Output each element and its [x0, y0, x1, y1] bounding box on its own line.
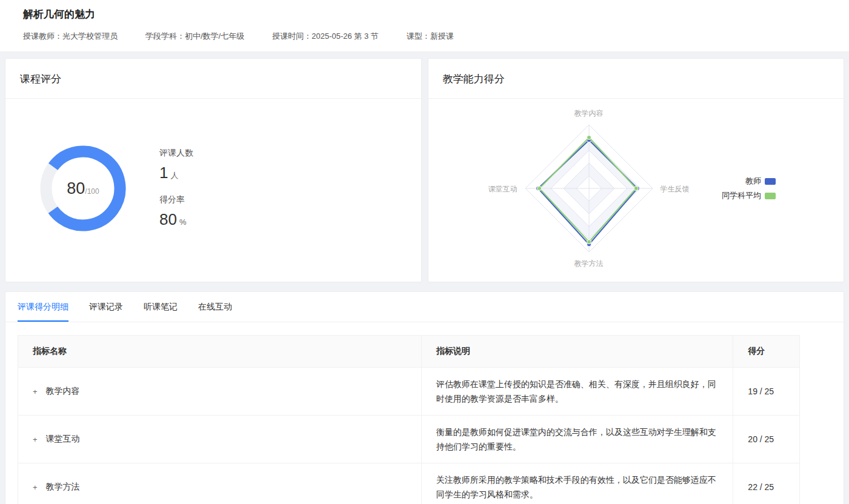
- detail-tabs: 评课得分明细 评课记录 听课笔记 在线互动: [5, 292, 844, 322]
- radar-legend: 教师 同学科平均: [722, 174, 776, 203]
- col-header-indicator-desc: 指标说明: [421, 336, 733, 368]
- indicator-score: 22 / 25: [733, 463, 800, 504]
- tab-review-records[interactable]: 评课记录: [89, 302, 123, 322]
- score-donut-chart: 80 /100: [39, 145, 127, 232]
- table-row: + 教学内容 评估教师在课堂上传授的知识是否准确、相关、有深度，并且组织良好，同…: [18, 368, 800, 416]
- meta-course-type: 课型：新授课: [407, 31, 454, 42]
- radar-chart: 教学内容 学生反馈 教学方法 课堂互动: [486, 98, 692, 279]
- radar-axis-teaching-method: 教学方法: [574, 259, 604, 269]
- radar-axis-class-interaction: 课堂互动: [488, 184, 518, 194]
- course-meta: 授课教师：光大学校管理员 学段学科：初中/数学/七年级 授课时间：2025-05…: [23, 31, 826, 42]
- legend-label-subject-average: 同学科平均: [722, 190, 761, 201]
- indicator-desc: 评估教师在课堂上传授的知识是否准确、相关、有深度，并且组织良好，同时使用的教学资…: [436, 377, 719, 406]
- indicator-score: 19 / 25: [733, 368, 800, 416]
- legend-chip-subject-average: [765, 193, 776, 199]
- legend-item-teacher[interactable]: 教师: [722, 174, 776, 188]
- teaching-ability-card: 教学能力得分 教学内容 学生反馈 教学方法 课堂互动 教师 同学科平均: [428, 58, 845, 282]
- course-score-card: 课程评分 80 /100 评课人数 1人 得分率 80%: [5, 58, 422, 282]
- reviewer-count-value: 1人: [159, 164, 193, 182]
- donut-score-value: 80: [67, 179, 85, 198]
- meta-time: 授课时间：2025-05-26 第 3 节: [272, 31, 379, 42]
- page-header: 解析几何的魅力 授课教师：光大学校管理员 学段学科：初中/数学/七年级 授课时间…: [0, 0, 849, 52]
- indicator-desc: 关注教师所采用的教学策略和技术手段的有效性，以及它们是否能够适应不同学生的学习风…: [436, 472, 719, 502]
- table-row: + 教学方法 关注教师所采用的教学策略和技术手段的有效性，以及它们是否能够适应不…: [18, 463, 800, 504]
- page-title: 解析几何的魅力: [23, 7, 826, 21]
- donut-center-text: 80 /100: [39, 145, 127, 232]
- teaching-ability-body: 教学内容 学生反馈 教学方法 课堂互动 教师 同学科平均: [428, 99, 844, 278]
- indicator-score: 20 / 25: [733, 416, 800, 463]
- score-rate-value: 80%: [159, 210, 193, 229]
- legend-chip-teacher: [765, 178, 776, 185]
- meta-subject: 学段学科：初中/数学/七年级: [145, 31, 244, 42]
- score-stats: 评课人数 1人 得分率 80%: [159, 148, 193, 229]
- donut-score-denominator: /100: [85, 187, 99, 196]
- course-score-body: 80 /100 评课人数 1人 得分率 80%: [5, 99, 421, 278]
- col-header-indicator-name: 指标名称: [18, 336, 422, 368]
- tab-listening-notes[interactable]: 听课笔记: [144, 302, 178, 322]
- teaching-ability-card-title: 教学能力得分: [428, 59, 844, 99]
- tab-score-detail[interactable]: 评课得分明细: [18, 302, 68, 322]
- indicator-desc: 衡量的是教师如何促进课堂内的交流与合作，以及这些互动对学生理解和支持他们学习的重…: [436, 425, 719, 454]
- meta-teacher: 授课教师：光大学校管理员: [23, 31, 118, 42]
- score-detail-table: 指标名称 指标说明 得分 + 教学内容 评估教师在课堂上传授的知识是否准确、相关…: [18, 335, 800, 504]
- tab-online-interaction[interactable]: 在线互动: [198, 302, 232, 322]
- radar-axis-student-feedback: 学生反馈: [661, 184, 690, 194]
- detail-card: 评课得分明细 评课记录 听课笔记 在线互动 指标名称 指标说明 得分 + 教学内…: [5, 291, 844, 504]
- expand-icon[interactable]: +: [33, 388, 38, 396]
- expand-icon[interactable]: +: [33, 483, 38, 491]
- indicator-name: 课堂互动: [46, 434, 80, 445]
- indicator-name: 教学方法: [46, 482, 80, 492]
- score-rate-label: 得分率: [159, 194, 193, 205]
- summary-cards-row: 课程评分 80 /100 评课人数 1人 得分率 80%: [0, 52, 849, 282]
- radar-axis-teaching-content: 教学内容: [574, 108, 604, 119]
- indicator-name: 教学内容: [46, 386, 80, 397]
- table-header-row: 指标名称 指标说明 得分: [18, 336, 800, 368]
- reviewer-count-label: 评课人数: [159, 148, 193, 159]
- course-score-card-title: 课程评分: [5, 59, 421, 99]
- table-row: + 课堂互动 衡量的是教师如何促进课堂内的交流与合作，以及这些互动对学生理解和支…: [18, 416, 800, 463]
- col-header-score: 得分: [733, 336, 800, 368]
- legend-item-subject-average[interactable]: 同学科平均: [722, 188, 776, 203]
- legend-label-teacher: 教师: [745, 176, 761, 187]
- expand-icon[interactable]: +: [33, 436, 38, 443]
